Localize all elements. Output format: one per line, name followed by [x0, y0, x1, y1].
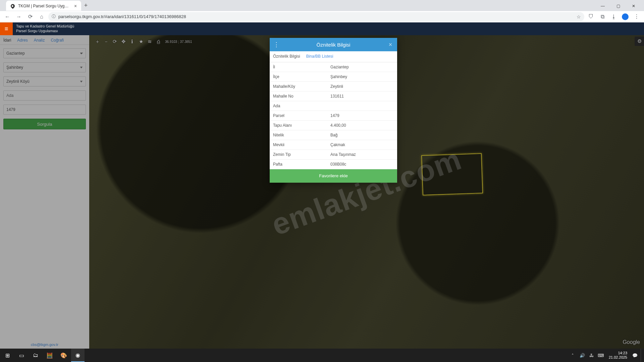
sidebar: İdari Adres Analiz Coğrafi Gaziantep Şah… [0, 35, 89, 349]
attribute-info-modal: ⋮ Öznitelik Bilgisi × Öznitelik Bilgisi … [270, 38, 397, 183]
extensions-icon[interactable]: ⧉ [598, 12, 607, 21]
profile-avatar-icon [622, 13, 629, 20]
table-row: Mahalle No131611 [270, 92, 397, 101]
browser-tab-active[interactable]: TKGM | Parsel Sorgu Uygulaması × [6, 1, 81, 11]
forward-button[interactable]: → [14, 12, 23, 21]
modal-close-icon[interactable]: × [386, 41, 394, 49]
bookmark-star-icon[interactable]: ☆ [577, 14, 581, 19]
reload-button[interactable]: ⟳ [25, 12, 35, 21]
start-button[interactable]: ⊞ [1, 349, 14, 362]
clock-date: 21.02.2025 [609, 355, 627, 360]
home-button[interactable]: ⌂ [37, 12, 46, 21]
calculator-icon[interactable]: 🧮 [43, 349, 56, 362]
clock-time: 14:23 [609, 351, 627, 355]
add-favorite-button[interactable]: Favorilere ekle [270, 169, 397, 183]
new-tab-button[interactable]: + [81, 1, 91, 10]
map-area[interactable]: emlakjet.com Google ＋ － ⟳ ✥ ℹ ★ ≋ ⎙ 36.9… [89, 35, 644, 349]
shield-icon[interactable]: ⛉ [586, 12, 596, 21]
language-icon[interactable]: ⌨ [597, 349, 605, 362]
downloads-icon[interactable]: ⭳ [609, 12, 619, 21]
address-bar[interactable]: ⓘ parselsorgu.tkgm.gov.tr/#ara/idari/131… [48, 12, 584, 21]
system-clock[interactable]: 14:23 21.02.2025 [607, 351, 629, 360]
map-pin-icon [10, 3, 15, 9]
sidebar-dim-overlay [0, 35, 89, 349]
modal-title: Öznitelik Bilgisi [280, 42, 386, 48]
table-row: Tapu Alanı4.400,00 [270, 121, 397, 130]
url-text: parselsorgu.tkgm.gov.tr/#ara/idari/13161… [58, 14, 186, 19]
modal-tab-attributes[interactable]: Öznitelik Bilgisi [273, 54, 300, 62]
show-desktop-button[interactable] [641, 349, 643, 362]
windows-taskbar: ⊞ ▭ 🗂 🧮 🎨 ◉ ˄ 🔊 🖧 ⌨ 14:23 21.02.2025 💬 [0, 349, 644, 362]
attribute-table: İlGaziantep İlçeŞahinbey Mahalle/KöyZeyt… [270, 62, 397, 169]
app-name: Parsel Sorgu Uygulaması [16, 29, 74, 34]
network-icon[interactable]: 🖧 [588, 349, 595, 362]
chrome-menu-button[interactable]: ⋮ [632, 12, 641, 21]
task-view-icon[interactable]: ▭ [15, 349, 28, 362]
window-maximize-button[interactable]: ▢ [610, 1, 626, 11]
paint-icon[interactable]: 🎨 [57, 349, 70, 362]
table-row: İlçeŞahinbey [270, 72, 397, 82]
site-info-icon[interactable]: ⓘ [52, 14, 56, 19]
tab-title: TKGM | Parsel Sorgu Uygulaması [18, 4, 70, 8]
window-close-button[interactable]: ✕ [626, 1, 641, 11]
table-row: İlGaziantep [270, 62, 397, 72]
tray-chevron-icon[interactable]: ˄ [569, 349, 577, 362]
table-row: Ada [270, 101, 397, 111]
volume-icon[interactable]: 🔊 [579, 349, 586, 362]
app-header: ≡ Tapu ve Kadastro Genel Müdürlüğü Parse… [0, 22, 644, 35]
modal-tab-bina[interactable]: Bina/BB Listesi [306, 54, 333, 62]
tab-close-icon[interactable]: × [73, 4, 78, 8]
browser-toolbar: ← → ⟳ ⌂ ⓘ parselsorgu.tkgm.gov.tr/#ara/i… [0, 11, 644, 22]
table-row: NitelikBağ [270, 130, 397, 140]
table-row: MevkiiÇakmak [270, 140, 397, 150]
org-name: Tapu ve Kadastro Genel Müdürlüğü [16, 24, 74, 29]
window-minimize-button[interactable]: ― [595, 1, 610, 11]
file-explorer-icon[interactable]: 🗂 [29, 349, 42, 362]
chrome-icon[interactable]: ◉ [71, 349, 85, 362]
browser-tabstrip: TKGM | Parsel Sorgu Uygulaması × + ― ▢ ✕ [0, 0, 644, 11]
modal-menu-icon[interactable]: ⋮ [272, 41, 280, 49]
table-row: Zemin TipAna Taşınmaz [270, 150, 397, 160]
profile-button[interactable] [621, 12, 630, 21]
table-row: Pafta038B08c [270, 160, 397, 169]
hamburger-menu-button[interactable]: ≡ [0, 22, 13, 35]
table-row: Parsel1479 [270, 111, 397, 121]
app-root: ≡ Tapu ve Kadastro Genel Müdürlüğü Parse… [0, 22, 644, 349]
back-button[interactable]: ← [3, 12, 12, 21]
table-row: Mahalle/KöyZeytinli [270, 82, 397, 92]
notifications-icon[interactable]: 💬 [631, 349, 639, 362]
